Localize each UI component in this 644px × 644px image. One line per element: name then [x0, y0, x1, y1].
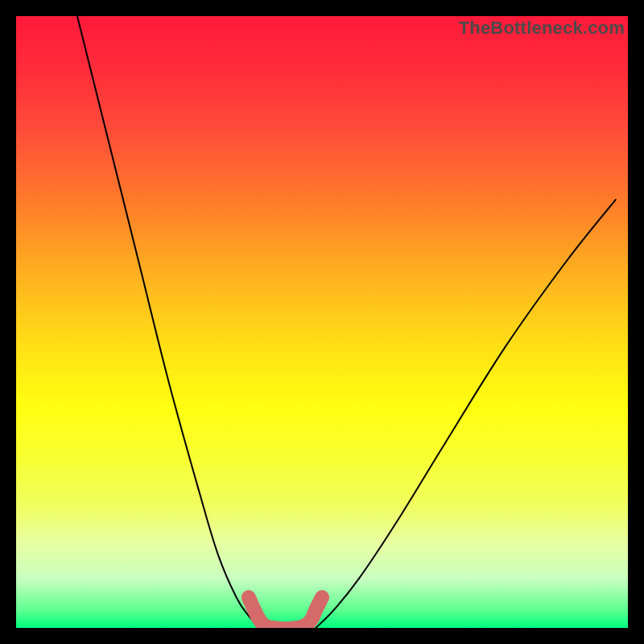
trough-highlight-path: [249, 597, 322, 628]
chart-frame: TheBottleneck.com: [0, 0, 644, 644]
plot-area: [16, 16, 628, 628]
right-curve-path: [316, 200, 615, 628]
chart-svg: [16, 16, 628, 628]
left-curve-path: [77, 16, 261, 628]
watermark-text: TheBottleneck.com: [459, 18, 625, 39]
curve-layer: [77, 16, 616, 628]
